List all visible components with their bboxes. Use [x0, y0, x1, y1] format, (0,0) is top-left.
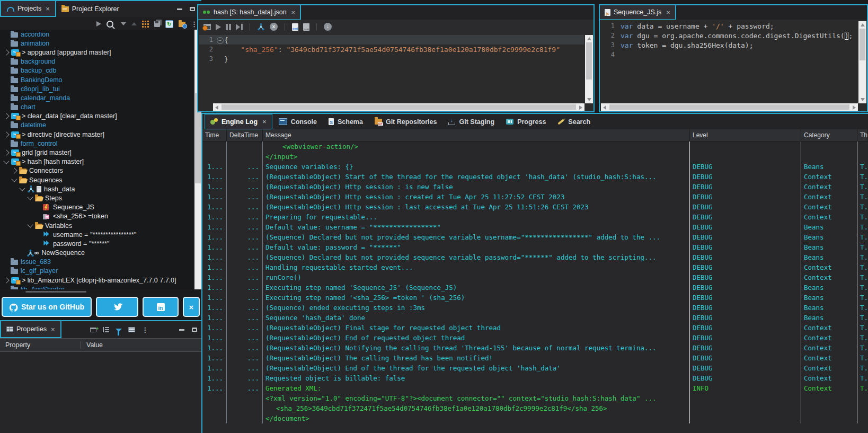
tree-item[interactable]: > hash [hash master]	[0, 157, 194, 166]
log-row[interactable]: 1......Sequence 'hash_data' doneDEBUGBea…	[202, 313, 868, 323]
minimize-icon[interactable]	[179, 329, 184, 331]
tree-item[interactable]: > lib_AmazonLEX [c8oprj-lib-amazonlex_7.…	[0, 276, 194, 285]
log-row[interactable]: </document>	[202, 413, 868, 423]
log-column-header[interactable]: Level	[690, 129, 801, 141]
tree-item[interactable]: <sha_256> =token	[0, 212, 194, 221]
chevron-right-icon[interactable]	[3, 277, 9, 283]
sequence-icon[interactable]	[257, 23, 265, 31]
chevron-down-icon[interactable]	[27, 195, 33, 200]
vertical-scrollbar[interactable]	[585, 35, 593, 103]
pause-icon[interactable]	[226, 24, 231, 30]
scrollbar-thumb[interactable]	[609, 104, 849, 110]
link-editor-icon[interactable]	[142, 21, 149, 28]
scroll-down-icon[interactable]	[587, 98, 591, 101]
scroll-up-icon[interactable]	[587, 37, 591, 40]
scrollbar-thumb[interactable]	[860, 29, 865, 60]
log-row[interactable]: 1......(RequestableObject) The calling t…	[202, 353, 868, 363]
log-row[interactable]: <webviewer-action/>	[202, 142, 868, 152]
chevron-right-icon[interactable]	[3, 49, 9, 55]
scrollbar-thumb[interactable]	[586, 42, 592, 79]
log-row[interactable]: 1......(RequestableObject) Start of the …	[202, 172, 868, 182]
close-icon[interactable]: ×	[46, 5, 50, 13]
tree-item[interactable]: background	[0, 57, 194, 66]
log-column-header[interactable]: Th	[857, 129, 868, 141]
code-line[interactable]: 1−{	[199, 35, 584, 45]
log-row[interactable]: 1......(Sequence) Declared but not provi…	[202, 252, 868, 262]
scroll-down-icon[interactable]	[861, 98, 865, 101]
log-column-header[interactable]: Message	[263, 129, 690, 141]
log-row[interactable]: 1......Sequence variables: {}DEBUGBeansT…	[202, 162, 868, 172]
collapse-icon[interactable]	[121, 22, 126, 25]
tab-engine-log[interactable]: Engine Log×	[205, 114, 272, 129]
expand-icon[interactable]	[131, 22, 137, 25]
scroll-left-icon[interactable]	[603, 105, 606, 110]
tree-item[interactable]: > clear_data [clear_data master]	[0, 112, 194, 121]
tab-projects[interactable]: Projects ×	[0, 1, 56, 17]
log-row[interactable]: 1......(Sequence) ended executing steps …	[202, 303, 868, 313]
star-github-button[interactable]: Star us on GitHub	[2, 297, 92, 317]
tab-hash-json[interactable]: hash [S: hash_data].json ×	[198, 5, 301, 20]
log-row[interactable]: 1......(RequestableObject) Notifying the…	[202, 343, 868, 353]
log-column-header[interactable]: DeltaTime	[227, 129, 263, 141]
tree-item[interactable]: > directive [directive master]	[0, 130, 194, 139]
log-row[interactable]: 1......Executing step named '<sha_256> =…	[202, 293, 868, 303]
close-icon[interactable]: ×	[262, 118, 267, 126]
log-row[interactable]: 1......(RequestableObject) Http session …	[202, 202, 868, 212]
scrollbar-thumb[interactable]	[222, 104, 576, 110]
chevron-right-icon[interactable]	[3, 131, 9, 137]
log-row[interactable]: 1......Handling requestable started even…	[202, 262, 868, 272]
horizontal-scrollbar[interactable]	[213, 103, 584, 111]
tree-item[interactable]: c8oprj_lib_tui	[0, 84, 194, 93]
tree-item[interactable]: password ="******"	[0, 239, 194, 248]
chevron-right-icon[interactable]	[11, 168, 17, 174]
code-line[interactable]: 1var data = username + '/' + password;	[601, 21, 857, 31]
js-code-area[interactable]: 1var data = username + '/' + password;2v…	[601, 21, 857, 103]
chevron-down-icon[interactable]	[27, 222, 33, 227]
tree-item[interactable]: form_control	[0, 139, 194, 148]
tab-schema[interactable]: Schema	[323, 114, 368, 129]
tab-progress[interactable]: Progress	[501, 114, 551, 129]
log-row[interactable]: </input>	[202, 152, 868, 162]
log-row[interactable]: 1......Default value: username = "******…	[202, 222, 868, 232]
log-row[interactable]: 1......(RequestableObject) Http session …	[202, 182, 868, 192]
tree-item[interactable]: Steps	[0, 193, 194, 202]
log-row[interactable]: <sha_256>3649cbd71f372471f5ae54d0754746f…	[202, 403, 868, 413]
run-icon[interactable]	[96, 21, 101, 26]
step-icon[interactable]	[236, 24, 243, 30]
log-row[interactable]: 1......(RequestableObject) Final stage f…	[202, 323, 868, 333]
tree-item[interactable]: accordion	[0, 30, 194, 39]
scroll-right-icon[interactable]	[579, 105, 582, 110]
log-row[interactable]: 1......(Sequence) Declared but not provi…	[202, 232, 868, 242]
tree-item[interactable]: username ="****************"	[0, 230, 194, 239]
code-line[interactable]: 4	[601, 50, 857, 59]
log-row[interactable]: <?xml version="1.0" encoding="UTF-8"?><d…	[202, 393, 868, 403]
download-icon[interactable]	[324, 23, 332, 31]
categories-icon[interactable]	[128, 327, 135, 332]
menu-icon[interactable]	[141, 326, 146, 333]
tree-item[interactable]: hash_data	[0, 184, 194, 193]
twitter-button[interactable]	[96, 297, 138, 317]
chevron-down-icon[interactable]	[19, 185, 25, 191]
close-icon[interactable]: ×	[51, 325, 55, 333]
tab-git-staging[interactable]: Git Staging	[443, 114, 500, 129]
scroll-right-icon[interactable]	[853, 105, 856, 110]
tab-properties[interactable]: Properties ×	[0, 321, 61, 338]
tree-view-icon[interactable]	[103, 327, 109, 332]
tree-item[interactable]: backup_cdb	[0, 66, 194, 75]
code-line[interactable]: 3var token = dgu.sha256Hex(data);	[601, 40, 857, 50]
tree-item[interactable]: grid [grid master]	[0, 148, 194, 157]
maximize-icon[interactable]	[192, 328, 197, 332]
log-row[interactable]: 1......Requested object is billable: fal…	[202, 373, 868, 383]
log-row[interactable]: 1......Executing step named 'Sequence_JS…	[202, 282, 868, 293]
import-icon[interactable]	[179, 22, 185, 27]
json-file-icon[interactable]	[303, 23, 309, 31]
project-tree[interactable]: accordionanimation> appguard [appguard m…	[0, 30, 194, 289]
tab-git-repositories[interactable]: Git Repositories	[369, 114, 442, 129]
tree-item[interactable]: calendar_manda	[0, 93, 194, 102]
log-column-header[interactable]: Category	[801, 129, 857, 141]
minimize-icon[interactable]	[177, 8, 182, 10]
close-icon[interactable]: ×	[666, 8, 670, 16]
log-row[interactable]: 1......runCore()DEBUGContextT...	[202, 272, 868, 282]
sash-handle[interactable]	[25, 291, 86, 293]
cancel-icon[interactable]	[270, 23, 278, 31]
